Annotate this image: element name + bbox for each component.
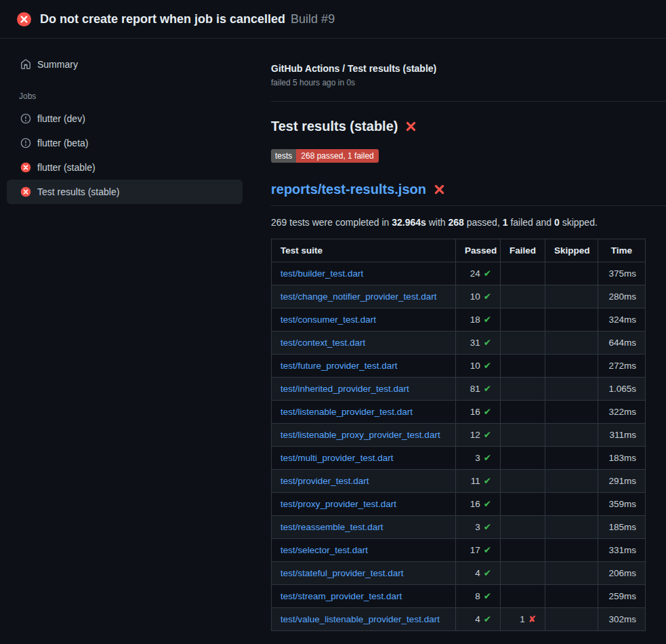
test-suite-cell: test/change_notifier_provider_test.dart — [272, 285, 456, 308]
skipped-cell — [545, 516, 598, 539]
failed-cell — [501, 516, 545, 539]
sidebar-item-summary[interactable]: Summary — [7, 52, 243, 77]
time-cell: 302ms — [598, 608, 646, 631]
sidebar: Summary Jobs flutter (dev) flut — [0, 39, 249, 204]
sidebar-item-flutter-stable[interactable]: flutter (stable) — [7, 155, 243, 180]
test-suite-cell: test/builder_test.dart — [272, 262, 456, 285]
column-header-time: Time — [598, 239, 646, 262]
test-suite-link[interactable]: test/value_listenable_provider_test.dart — [280, 614, 440, 624]
app-header: Do not create report when job is cancell… — [0, 0, 666, 39]
table-row: test/stream_provider_test.dart8✔259ms — [272, 585, 646, 608]
failed-cell — [501, 355, 545, 378]
test-suite-link[interactable]: test/proxy_provider_test.dart — [280, 499, 396, 509]
test-suite-cell: test/future_provider_test.dart — [272, 355, 456, 378]
section-title: Test results (stable) — [271, 119, 398, 134]
failed-cell — [501, 539, 545, 562]
table-row: test/reassemble_test.dart3✔185ms — [272, 516, 646, 539]
check-icon: ✔ — [484, 452, 491, 463]
check-icon: ✔ — [484, 383, 491, 394]
test-suite-link[interactable]: test/selector_test.dart — [280, 545, 368, 555]
test-suite-link[interactable]: test/context_test.dart — [280, 338, 365, 348]
passed-count: 4 — [475, 614, 480, 624]
summary-duration: 32.964s — [392, 217, 426, 228]
check-icon: ✔ — [484, 291, 491, 302]
failed-cell — [501, 447, 545, 470]
sidebar-item-flutter-dev[interactable]: flutter (dev) — [7, 106, 243, 131]
column-header-passed: Passed — [456, 239, 501, 262]
check-icon: ✔ — [484, 498, 491, 509]
passed-count: 31 — [470, 338, 480, 348]
column-header-test-suite: Test suite — [272, 239, 456, 262]
summary-passed-count: 268 — [449, 217, 464, 228]
tests-summary-line: 269 tests were completed in 32.964s with… — [271, 217, 645, 228]
failed-x-icon — [405, 121, 417, 132]
x-circle-icon — [20, 162, 31, 173]
test-suite-cell: test/multi_provider_test.dart — [272, 447, 456, 470]
summary-text: passed, — [464, 217, 503, 228]
test-suite-link[interactable]: test/change_notifier_provider_test.dart — [280, 291, 436, 302]
divider — [271, 101, 666, 102]
test-suite-link[interactable]: test/provider_test.dart — [280, 476, 369, 486]
test-suite-link[interactable]: test/stateful_provider_test.dart — [280, 568, 404, 578]
check-icon: ✔ — [484, 337, 491, 348]
test-suite-cell: test/stateful_provider_test.dart — [272, 562, 456, 585]
test-suite-cell: test/listenable_proxy_provider_test.dart — [272, 424, 456, 447]
failed-cell — [501, 424, 545, 447]
test-suite-link[interactable]: test/builder_test.dart — [280, 268, 363, 279]
test-suite-link[interactable]: test/stream_provider_test.dart — [280, 591, 402, 601]
failed-cell — [501, 401, 545, 424]
check-icon: ✔ — [484, 406, 491, 417]
test-suite-link[interactable]: test/future_provider_test.dart — [280, 361, 398, 371]
passed-cell: 17✔ — [456, 539, 501, 562]
time-cell: 322ms — [598, 401, 646, 424]
passed-count: 11 — [471, 476, 480, 486]
sidebar-item-test-results-stable[interactable]: Test results (stable) — [7, 180, 243, 204]
skipped-cell — [545, 401, 598, 424]
passed-cell: 18✔ — [456, 308, 501, 331]
test-suite-cell: test/listenable_provider_test.dart — [272, 401, 456, 424]
failed-cell — [501, 493, 545, 516]
badge-value: 268 passed, 1 failed — [296, 149, 378, 163]
column-header-failed: Failed — [501, 239, 545, 262]
test-suite-link[interactable]: test/listenable_proxy_provider_test.dart — [280, 430, 440, 440]
test-suite-link[interactable]: test/consumer_test.dart — [280, 315, 376, 325]
report-file-link[interactable]: reports/test-results.json — [271, 182, 426, 197]
failed-cell — [501, 331, 545, 355]
skipped-cell — [545, 331, 598, 355]
table-row: test/listenable_provider_test.dart16✔322… — [272, 401, 646, 424]
time-cell: 272ms — [598, 355, 646, 378]
passed-count: 16 — [470, 499, 480, 509]
summary-failed-count: 1 — [503, 217, 508, 228]
summary-text: 269 tests were completed in — [271, 217, 392, 228]
table-row: test/change_notifier_provider_test.dart1… — [272, 285, 646, 308]
table-header-row: Test suite Passed Failed Skipped Time — [272, 239, 646, 262]
failed-cell — [501, 285, 545, 308]
passed-count: 8 — [475, 591, 480, 601]
test-suite-link[interactable]: test/multi_provider_test.dart — [280, 453, 394, 463]
test-suite-link[interactable]: test/reassemble_test.dart — [280, 522, 383, 532]
failed-cell — [501, 562, 545, 585]
results-table: Test suite Passed Failed Skipped Time te… — [271, 239, 646, 631]
test-suite-link[interactable]: test/listenable_provider_test.dart — [280, 407, 413, 417]
check-icon: ✔ — [484, 314, 491, 325]
table-row: test/multi_provider_test.dart3✔183ms — [272, 447, 646, 470]
time-cell: 644ms — [598, 331, 646, 355]
alert-circle-icon — [20, 113, 31, 124]
badge-label: tests — [271, 149, 296, 163]
passed-cell: 31✔ — [456, 331, 501, 355]
passed-cell: 3✔ — [456, 447, 501, 470]
sidebar-item-flutter-beta[interactable]: flutter (beta) — [7, 131, 243, 155]
skipped-cell — [545, 378, 598, 401]
skipped-cell — [545, 585, 598, 608]
skipped-cell — [545, 539, 598, 562]
table-row: test/inherited_provider_test.dart81✔1.06… — [272, 378, 646, 401]
test-suite-link[interactable]: test/inherited_provider_test.dart — [280, 384, 409, 394]
passed-count: 3 — [475, 453, 480, 463]
time-cell: 331ms — [598, 539, 646, 562]
summary-skipped-count: 0 — [554, 217, 560, 228]
passed-cell: 3✔ — [456, 516, 501, 539]
passed-cell: 16✔ — [456, 401, 501, 424]
failed-cell — [501, 585, 545, 608]
failed-x-icon — [434, 184, 445, 195]
passed-count: 10 — [470, 361, 480, 371]
